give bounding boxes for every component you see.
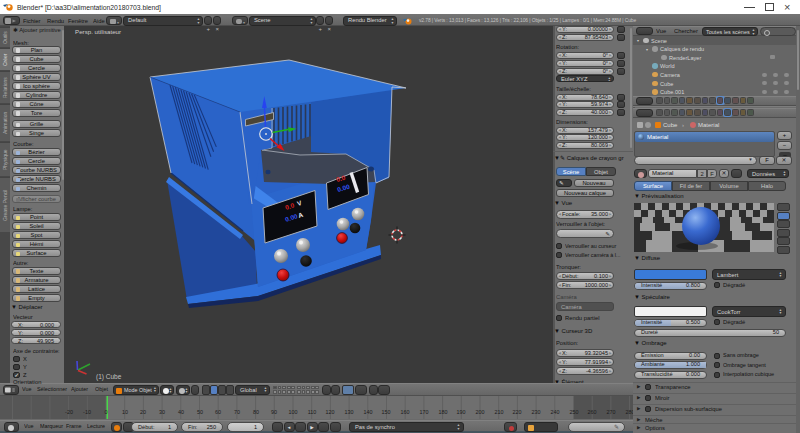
svg-text:130: 130 [345, 409, 354, 415]
svg-text:210: 210 [495, 409, 504, 415]
svg-text:30: 30 [159, 409, 165, 415]
svg-text:200: 200 [476, 409, 485, 415]
svg-text:60: 60 [215, 409, 221, 415]
svg-text:260: 260 [588, 409, 597, 415]
svg-text:(1) Cube: (1) Cube [96, 373, 122, 381]
svg-text:100: 100 [289, 409, 298, 415]
svg-text:-10: -10 [83, 409, 91, 415]
svg-text:10: 10 [122, 409, 128, 415]
svg-text:20: 20 [140, 409, 146, 415]
svg-text:220: 220 [513, 409, 522, 415]
svg-text:120: 120 [326, 409, 335, 415]
svg-text:0: 0 [105, 409, 108, 415]
svg-text:280: 280 [626, 409, 634, 415]
svg-text:150: 150 [382, 409, 391, 415]
svg-text:90: 90 [271, 409, 277, 415]
svg-text:170: 170 [420, 409, 429, 415]
svg-text:110: 110 [308, 409, 317, 415]
svg-text:140: 140 [364, 409, 373, 415]
svg-text:270: 270 [607, 409, 616, 415]
svg-text:160: 160 [401, 409, 410, 415]
svg-text:230: 230 [532, 409, 541, 415]
svg-text:240: 240 [551, 409, 560, 415]
svg-text:250: 250 [570, 409, 579, 415]
svg-text:190: 190 [457, 409, 466, 415]
svg-text:70: 70 [234, 409, 240, 415]
svg-text:180: 180 [439, 409, 448, 415]
svg-text:40: 40 [178, 409, 184, 415]
svg-text:80: 80 [253, 409, 259, 415]
svg-text:-20: -20 [65, 409, 73, 415]
svg-text:50: 50 [197, 409, 203, 415]
svg-text:Persp. utilisateur: Persp. utilisateur [75, 28, 121, 35]
